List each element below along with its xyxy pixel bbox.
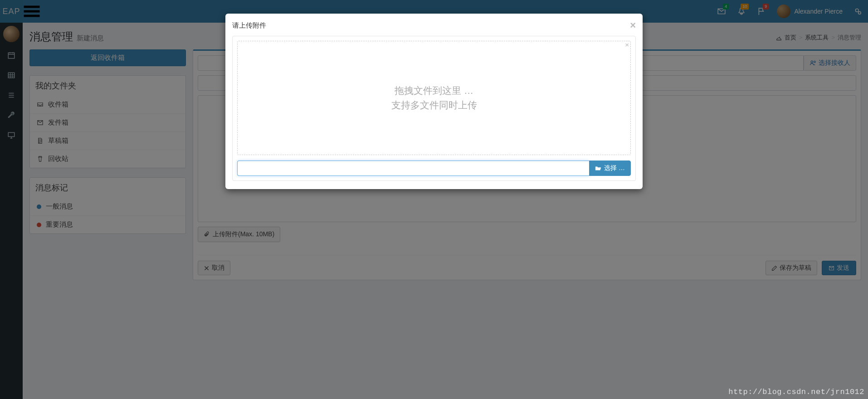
modal-header: 请上传附件 × (225, 14, 643, 36)
folder-open-icon (595, 165, 601, 171)
dropzone-container: × 拖拽文件到这里 … 支持多文件同时上传 选择 … (232, 36, 636, 181)
watermark: http://blog.csdn.net/jrn1012 (728, 388, 864, 396)
modal-body: × 拖拽文件到这里 … 支持多文件同时上传 选择 … (225, 36, 643, 189)
modal-title: 请上传附件 (232, 21, 266, 30)
file-input-group: 选择 … (237, 161, 631, 176)
file-path-display[interactable] (237, 161, 589, 176)
upload-modal: 请上传附件 × × 拖拽文件到这里 … 支持多文件同时上传 选择 … (225, 14, 643, 189)
dropzone-line2: 支持多文件同时上传 (391, 99, 477, 112)
modal-close-button[interactable]: × (630, 20, 636, 30)
dropzone-line1: 拖拽文件到这里 … (395, 84, 473, 97)
dropzone-close-button[interactable]: × (625, 41, 629, 49)
browse-button[interactable]: 选择 … (589, 161, 631, 176)
file-dropzone[interactable]: 拖拽文件到这里 … 支持多文件同时上传 (237, 41, 631, 155)
